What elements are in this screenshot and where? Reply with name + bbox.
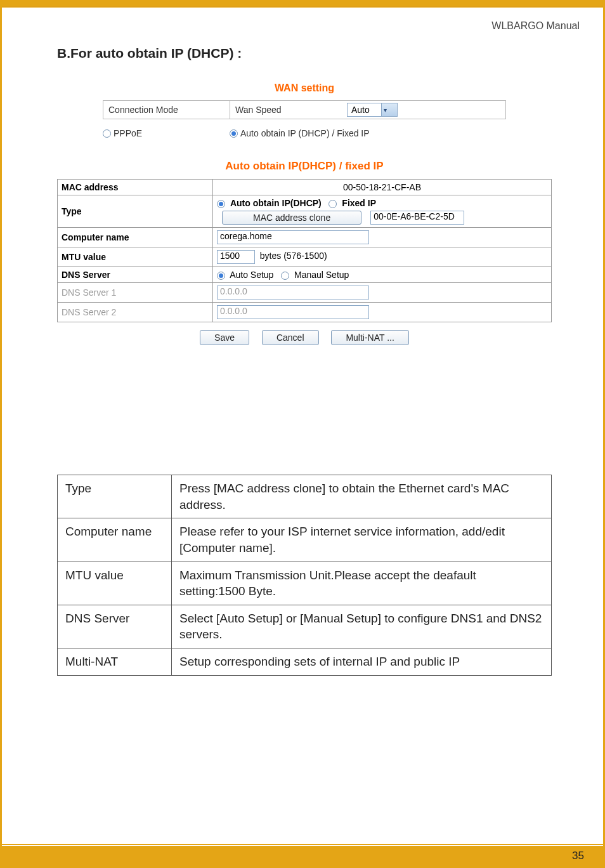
mac-address-label: MAC address	[58, 180, 213, 195]
dns-auto-label: Auto Setup	[230, 270, 273, 280]
dns2-label: DNS Server 2	[58, 303, 213, 322]
pppoe-label: PPPoE	[114, 128, 142, 138]
wan-title: WAN setting	[57, 82, 552, 94]
desc-key: Computer name	[58, 518, 172, 562]
manual-title: WLBARGO Manual	[491, 20, 580, 32]
type-label: Type	[58, 195, 213, 228]
table-row: Computer name Please refer to your ISP i…	[58, 518, 552, 562]
pppoe-radio[interactable]	[103, 129, 111, 138]
table-row: Multi-NAT Setup corresponding sets of in…	[58, 648, 552, 676]
dhcp-config-table: MAC address 00-50-18-21-CF-AB Type Auto …	[57, 179, 552, 322]
cancel-button[interactable]: Cancel	[262, 330, 319, 345]
type-auto-label: Auto obtain IP(DHCP)	[230, 198, 322, 208]
wan-settings-box: Connection Mode Wan Speed Auto ▾	[103, 100, 506, 119]
dns-auto-radio[interactable]	[217, 272, 225, 280]
connection-mode-label: Connection Mode	[103, 101, 230, 119]
desc-val: Press [MAC address clone] to obtain the …	[172, 475, 552, 518]
desc-val: Please refer to your ISP internet servic…	[172, 518, 552, 562]
type-fixed-radio[interactable]	[329, 200, 337, 208]
dns2-input[interactable]: 0.0.0.0	[217, 305, 369, 319]
table-row: Type Press [MAC address clone] to obtain…	[58, 475, 552, 518]
desc-key: Type	[58, 475, 172, 518]
type-auto-radio[interactable]	[217, 200, 225, 208]
computer-name-input[interactable]: corega.home	[217, 230, 369, 244]
desc-key: Multi-NAT	[58, 648, 172, 676]
wan-speed-value: Auto	[348, 105, 381, 115]
dhcp-section-title: Auto obtain IP(DHCP) / fixed IP	[57, 160, 552, 173]
description-table: Type Press [MAC address clone] to obtain…	[57, 475, 552, 676]
desc-key: MTU value	[58, 562, 172, 605]
dhcp-radio[interactable]	[230, 129, 238, 138]
dns-server-label: DNS Server	[58, 267, 213, 283]
desc-val: Maximum Transmission Unit.Please accept …	[172, 562, 552, 605]
button-row: Save Cancel Multi-NAT ...	[57, 330, 552, 345]
desc-val: Select [Auto Setup] or [Manual Setup] to…	[172, 605, 552, 648]
header-accent	[2, 6, 603, 8]
mtu-hint: bytes (576-1500)	[260, 251, 327, 261]
mac-clone-value[interactable]: 00-0E-A6-BE-C2-5D	[370, 211, 464, 225]
dns1-label: DNS Server 1	[58, 283, 213, 303]
desc-key: DNS Server	[58, 605, 172, 648]
chevron-down-icon: ▾	[381, 103, 397, 116]
mtu-input[interactable]: 1500	[217, 250, 255, 264]
mac-address-value: 00-50-18-21-CF-AB	[213, 180, 552, 195]
table-row: DNS Server Select [Auto Setup] or [Manua…	[58, 605, 552, 648]
dns1-input[interactable]: 0.0.0.0	[217, 286, 369, 299]
table-row: MTU value Maximum Transmission Unit.Plea…	[58, 562, 552, 605]
wan-speed-select[interactable]: Auto ▾	[347, 103, 398, 117]
dns-manual-label: Manaul Setup	[294, 270, 349, 280]
computer-name-label: Computer name	[58, 228, 213, 247]
multinat-button[interactable]: Multi-NAT ...	[331, 330, 409, 345]
connection-mode-row: PPPoE Auto obtain IP (DHCP) / Fixed IP	[103, 128, 506, 138]
dns-manual-radio[interactable]	[281, 272, 289, 280]
section-heading: B.For auto obtain IP (DHCP) :	[57, 46, 242, 61]
embedded-screenshot: WAN setting Connection Mode Wan Speed Au…	[57, 82, 552, 345]
mtu-label: MTU value	[58, 247, 213, 267]
save-button[interactable]: Save	[200, 330, 249, 345]
mac-clone-button[interactable]: MAC address clone	[222, 211, 361, 225]
desc-val: Setup corresponding sets of internal IP …	[172, 648, 552, 676]
dhcp-label: Auto obtain IP (DHCP) / Fixed IP	[240, 128, 370, 138]
type-fixed-label: Fixed IP	[342, 198, 376, 208]
footer-bar: 35	[2, 846, 603, 866]
wan-speed-label: Wan Speed	[230, 101, 344, 119]
page-number: 35	[572, 850, 584, 862]
